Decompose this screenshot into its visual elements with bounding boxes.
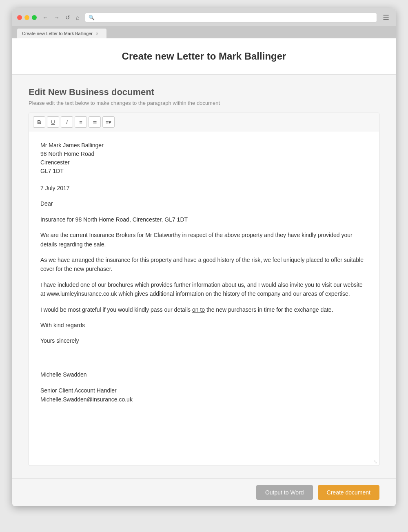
bold-button[interactable]: B — [33, 116, 45, 128]
back-button[interactable]: ← — [41, 13, 50, 22]
address-block: Mr Mark James Ballinger 98 North Home Ro… — [40, 141, 368, 175]
search-icon: 🔍 — [89, 15, 95, 20]
letter-para2: As we have arranged the insurance for th… — [40, 255, 368, 274]
tab-title: Create new Letter to Mark Ballinger — [22, 31, 93, 36]
section-title: Edit New Business document — [29, 87, 379, 98]
letter-closing2: Yours sincerely — [40, 336, 368, 345]
address-bar-container: 🔍 — [85, 13, 377, 22]
section-subtitle: Please edit the text below to make chang… — [29, 100, 379, 106]
sender-title: Senior Client Account Handler — [40, 387, 117, 394]
sender-name: Michelle Swadden — [40, 370, 368, 379]
para4-part2: the new purchasers in time for the excha… — [205, 306, 333, 313]
create-document-button[interactable]: Create document — [318, 485, 379, 500]
letter-closing1: With kind regards — [40, 321, 368, 330]
bullet-list-button[interactable]: ≡ — [75, 116, 87, 128]
para4-underline: on to — [192, 306, 205, 313]
footer-actions: Output to Word Create document — [12, 478, 396, 506]
underline-button[interactable]: U — [47, 116, 59, 128]
sender-info: Senior Client Account Handler Michelle.S… — [40, 386, 368, 404]
address-line2: Cirencester — [40, 158, 368, 167]
browser-tab-bar: Create new Letter to Mark Ballinger × — [12, 26, 396, 38]
browser-tab[interactable]: Create new Letter to Mark Ballinger × — [17, 29, 106, 38]
page-title: Create new Letter to Mark Ballinger — [20, 51, 388, 62]
letter-para1: We are the current Insurance Brokers for… — [40, 231, 368, 249]
addressee-name: Mr Mark James Ballinger — [40, 141, 368, 150]
tab-close-icon[interactable]: × — [96, 31, 98, 36]
letter-para4: I would be most grateful if you would ki… — [40, 305, 368, 314]
letter-editor[interactable]: Mr Mark James Ballinger 98 North Home Ro… — [29, 131, 379, 458]
page-content: Create new Letter to Mark Ballinger Edit… — [12, 38, 396, 506]
editor-toolbar: B U I ≡ ≣ ≡▾ — [29, 113, 379, 131]
browser-window: ← → ↺ ⌂ 🔍 ☰ Create new Letter to Mark Ba… — [12, 8, 396, 506]
sender-email: Michelle.Swadden@insurance.co.uk — [40, 396, 133, 403]
address-line3: GL7 1DT — [40, 167, 368, 175]
para4-part1: I would be most grateful if you would ki… — [40, 306, 192, 313]
main-area: Edit New Business document Please edit t… — [12, 75, 396, 478]
letter-subject: Insurance for 98 North Home Road, Cirenc… — [40, 215, 368, 224]
letter-date: 7 July 2017 — [40, 184, 368, 193]
home-button[interactable]: ⌂ — [74, 13, 81, 22]
resize-handle: ⤡ — [29, 458, 379, 466]
align-button[interactable]: ≡▾ — [102, 116, 115, 128]
italic-button[interactable]: I — [61, 116, 73, 128]
minimize-button[interactable] — [24, 15, 29, 20]
forward-button[interactable]: → — [52, 13, 61, 22]
close-button[interactable] — [17, 15, 22, 20]
address-bar[interactable] — [97, 15, 373, 20]
browser-titlebar: ← → ↺ ⌂ 🔍 ☰ — [12, 8, 396, 26]
browser-nav: ← → ↺ ⌂ — [41, 13, 81, 22]
output-to-word-button[interactable]: Output to Word — [256, 485, 313, 500]
page-header: Create new Letter to Mark Ballinger — [12, 38, 396, 75]
letter-salutation: Dear — [40, 199, 368, 208]
traffic-lights — [17, 15, 37, 20]
address-line1: 98 North Home Road — [40, 150, 368, 158]
numbered-list-button[interactable]: ≣ — [89, 116, 101, 128]
resize-icon: ⤡ — [373, 459, 377, 465]
editor-container: B U I ≡ ≣ ≡▾ Mr Mark James Ballinger 98 … — [29, 113, 379, 466]
letter-para3: I have included one of our brochures whi… — [40, 280, 368, 299]
maximize-button[interactable] — [32, 15, 37, 20]
reload-button[interactable]: ↺ — [64, 13, 72, 22]
menu-button[interactable]: ☰ — [381, 12, 391, 23]
